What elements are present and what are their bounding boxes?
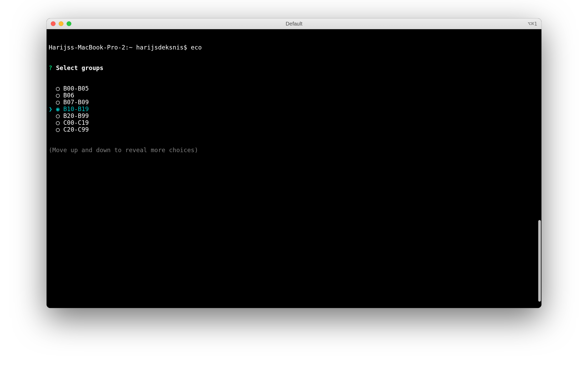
scrollbar-track[interactable] bbox=[537, 31, 541, 306]
radio-empty-icon[interactable]: ◯ bbox=[56, 126, 60, 133]
pointer-spacer bbox=[49, 112, 52, 119]
question-line: ? Select groups bbox=[49, 64, 539, 71]
prompt-host: Harijss-MacBook-Pro-2:~ harijsdeksnis$ bbox=[49, 44, 191, 51]
zoom-icon[interactable] bbox=[67, 21, 71, 26]
option-label: C20-C99 bbox=[63, 126, 89, 133]
option-label: B20-B99 bbox=[63, 112, 89, 119]
titlebar[interactable]: Default ⌥⌘1 bbox=[47, 18, 541, 29]
terminal-body[interactable]: Harijss-MacBook-Pro-2:~ harijsdeksnis$ e… bbox=[47, 29, 541, 308]
close-icon[interactable] bbox=[51, 21, 56, 26]
radio-empty-icon[interactable]: ◯ bbox=[56, 119, 60, 126]
radio-empty-icon[interactable]: ◯ bbox=[56, 92, 60, 99]
radio-empty-icon[interactable]: ◯ bbox=[56, 99, 60, 106]
question-text: Select groups bbox=[56, 64, 103, 71]
option-row[interactable]: ◯ C00-C19 bbox=[49, 119, 539, 126]
pointer-spacer bbox=[49, 85, 52, 92]
prompt-line: Harijss-MacBook-Pro-2:~ harijsdeksnis$ e… bbox=[49, 44, 539, 51]
option-row[interactable]: ◯ B20-B99 bbox=[49, 112, 539, 119]
options-list[interactable]: ◯ B00-B05 ◯ B06 ◯ B07-B09❯ ◉ B10-B19 ◯ B… bbox=[49, 85, 539, 133]
window-title: Default bbox=[47, 21, 541, 27]
option-row[interactable]: ◯ B06 bbox=[49, 92, 539, 99]
option-label: B10-B19 bbox=[63, 106, 89, 112]
radio-filled-icon[interactable]: ◉ bbox=[56, 106, 60, 112]
pointer-spacer bbox=[49, 119, 52, 126]
pointer-spacer bbox=[49, 126, 52, 133]
option-row[interactable]: ◯ B07-B09 bbox=[49, 99, 539, 106]
radio-empty-icon[interactable]: ◯ bbox=[56, 112, 60, 119]
prompt-command: eco bbox=[191, 44, 202, 51]
option-label: C00-C19 bbox=[63, 119, 89, 126]
question-marker: ? bbox=[49, 64, 52, 71]
hint-line: (Move up and down to reveal more choices… bbox=[49, 147, 539, 153]
option-row[interactable]: ◯ B00-B05 bbox=[49, 85, 539, 92]
traffic-lights bbox=[47, 21, 71, 26]
option-label: B00-B05 bbox=[63, 85, 89, 92]
pointer-spacer bbox=[49, 99, 52, 106]
option-label: B07-B09 bbox=[63, 99, 89, 106]
radio-empty-icon[interactable]: ◯ bbox=[56, 85, 60, 92]
scrollbar-thumb[interactable] bbox=[538, 220, 541, 302]
window-shortcut: ⌥⌘1 bbox=[528, 21, 541, 27]
option-label: B06 bbox=[63, 92, 74, 99]
terminal-window: Default ⌥⌘1 Harijss-MacBook-Pro-2:~ hari… bbox=[47, 18, 541, 308]
pointer-icon: ❯ bbox=[49, 106, 52, 112]
option-row[interactable]: ◯ C20-C99 bbox=[49, 126, 539, 133]
minimize-icon[interactable] bbox=[59, 21, 63, 26]
option-row[interactable]: ❯ ◉ B10-B19 bbox=[49, 106, 539, 112]
pointer-spacer bbox=[49, 92, 52, 99]
